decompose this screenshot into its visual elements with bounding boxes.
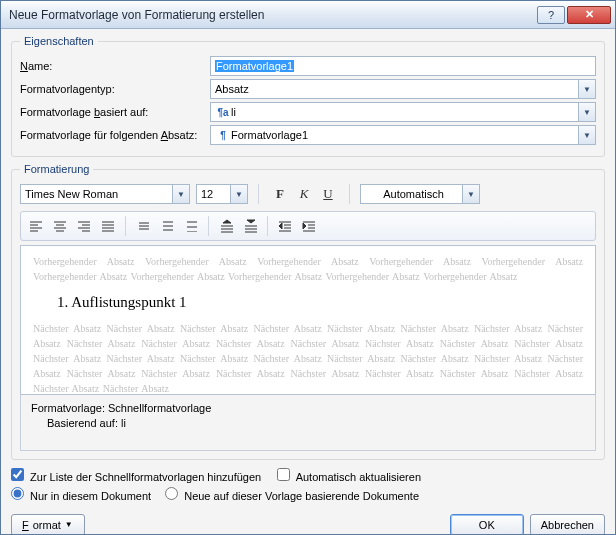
formatting-group: Formatierung Times New Roman ▼ 12 ▼ F K … bbox=[11, 163, 605, 460]
formatting-legend: Formatierung bbox=[20, 163, 93, 175]
line-spacing-15-button[interactable] bbox=[156, 215, 178, 237]
separator bbox=[349, 184, 350, 204]
next-para-combo[interactable]: ¶ Formatvorlage1 ▼ bbox=[210, 125, 596, 145]
bold-button[interactable]: F bbox=[269, 183, 291, 205]
separator bbox=[267, 216, 268, 236]
window-title: Neue Formatvorlage von Formatierung erst… bbox=[9, 8, 535, 22]
auto-update-checkbox[interactable]: Automatisch aktualisieren bbox=[277, 468, 421, 483]
italic-button[interactable]: K bbox=[293, 183, 315, 205]
svg-marker-25 bbox=[223, 220, 231, 223]
desc-line-1: Formatvorlage: Schnellformatvorlage bbox=[31, 401, 585, 416]
chevron-down-icon[interactable]: ▼ bbox=[578, 126, 595, 144]
paragraph-toolbar bbox=[20, 211, 596, 241]
svg-marker-29 bbox=[247, 220, 255, 223]
cancel-button[interactable]: Abbrechen bbox=[530, 514, 605, 534]
separator bbox=[208, 216, 209, 236]
chevron-down-icon[interactable]: ▼ bbox=[578, 80, 595, 98]
format-menu-button[interactable]: Format ▼ bbox=[11, 514, 85, 534]
dialog-window: Neue Formatvorlage von Formatierung erst… bbox=[0, 0, 616, 535]
paragraph-icon: ¶ bbox=[215, 130, 231, 141]
properties-group: Eigenschaften Name: Formatvorlage1 Forma… bbox=[11, 35, 605, 157]
help-icon: ? bbox=[548, 9, 554, 21]
line-spacing-2-button[interactable] bbox=[180, 215, 202, 237]
chevron-down-icon[interactable]: ▼ bbox=[578, 103, 595, 121]
based-on-combo[interactable]: ¶a li ▼ bbox=[210, 102, 596, 122]
chevron-down-icon[interactable]: ▼ bbox=[230, 185, 247, 203]
font-combo[interactable]: Times New Roman ▼ bbox=[20, 184, 190, 204]
based-on-label: Formatvorlage basiert auf: bbox=[20, 106, 210, 118]
properties-legend: Eigenschaften bbox=[20, 35, 98, 47]
type-combo[interactable]: Absatz ▼ bbox=[210, 79, 596, 99]
preview-next-para: Nächster Absatz Nächster Absatz Nächster… bbox=[33, 321, 583, 395]
align-left-button[interactable] bbox=[25, 215, 47, 237]
size-combo[interactable]: 12 ▼ bbox=[196, 184, 248, 204]
only-this-doc-radio[interactable]: Nur in diesem Dokument bbox=[11, 487, 151, 502]
align-right-button[interactable] bbox=[73, 215, 95, 237]
desc-line-2: Basierend auf: li bbox=[31, 416, 585, 431]
preview-sample: 1. Auflistungspunkt 1 bbox=[57, 294, 583, 311]
close-icon: ✕ bbox=[585, 8, 594, 21]
help-button[interactable]: ? bbox=[537, 6, 565, 24]
chevron-down-icon: ▼ bbox=[65, 520, 73, 529]
name-input[interactable]: Formatvorlage1 bbox=[210, 56, 596, 76]
ok-button[interactable]: OK bbox=[450, 514, 524, 534]
chevron-down-icon[interactable]: ▼ bbox=[172, 185, 189, 203]
separator bbox=[258, 184, 259, 204]
preview-prev-para: Vorhergehender Absatz Vorhergehender Abs… bbox=[33, 254, 583, 284]
close-button[interactable]: ✕ bbox=[567, 6, 611, 24]
separator bbox=[125, 216, 126, 236]
line-spacing-1-button[interactable] bbox=[132, 215, 154, 237]
new-docs-radio[interactable]: Neue auf dieser Vorlage basierende Dokum… bbox=[165, 487, 419, 502]
preview-pane: Vorhergehender Absatz Vorhergehender Abs… bbox=[20, 245, 596, 395]
space-before-inc-button[interactable] bbox=[215, 215, 237, 237]
add-to-quick-checkbox[interactable]: Zur Liste der Schnellformatvorlagen hinz… bbox=[11, 468, 261, 483]
type-label: Formatvorlagentyp: bbox=[20, 83, 210, 95]
svg-marker-35 bbox=[279, 226, 282, 229]
color-combo[interactable]: Automatisch ▼ bbox=[360, 184, 480, 204]
indent-increase-button[interactable] bbox=[298, 215, 320, 237]
titlebar: Neue Formatvorlage von Formatierung erst… bbox=[1, 1, 615, 29]
space-before-dec-button[interactable] bbox=[239, 215, 261, 237]
underline-button[interactable]: U bbox=[317, 183, 339, 205]
style-description: Formatvorlage: Schnellformatvorlage Basi… bbox=[20, 395, 596, 451]
next-para-label: Formatvorlage für folgenden Absatz: bbox=[20, 129, 210, 141]
indent-decrease-button[interactable] bbox=[274, 215, 296, 237]
dialog-content: Eigenschaften Name: Formatvorlage1 Forma… bbox=[1, 29, 615, 534]
align-center-button[interactable] bbox=[49, 215, 71, 237]
align-justify-button[interactable] bbox=[97, 215, 119, 237]
chevron-down-icon[interactable]: ▼ bbox=[462, 185, 479, 203]
paragraph-style-icon: ¶a bbox=[215, 107, 231, 118]
svg-marker-40 bbox=[303, 223, 306, 229]
name-label: Name: bbox=[20, 60, 210, 72]
